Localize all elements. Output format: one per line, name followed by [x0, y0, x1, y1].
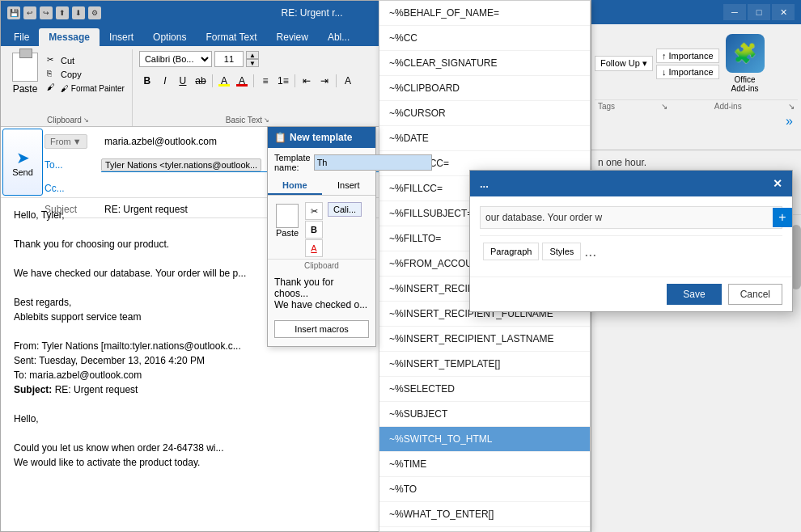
save-icon[interactable]: 💾 — [7, 6, 20, 19]
paste-icon — [12, 53, 38, 82]
tab-format-text[interactable]: Format Text — [196, 28, 266, 46]
template-name-input[interactable] — [314, 154, 432, 171]
add-ins-icon[interactable]: 🧩 — [726, 34, 765, 73]
template-font-color-button[interactable]: A — [305, 239, 323, 257]
cut-label: Cut — [61, 56, 74, 65]
numbering-button[interactable]: 1≡ — [275, 73, 291, 89]
to-button[interactable]: To... — [44, 159, 101, 171]
format-painter-icon: 🖌 — [47, 82, 58, 94]
font-size-input[interactable] — [214, 51, 244, 67]
send-button[interactable]: ➤ Send — [2, 129, 43, 196]
template-body-area[interactable]: Thank you for choos... We have checked o… — [268, 272, 375, 315]
format-separator-3 — [295, 74, 295, 87]
upload-icon[interactable]: ⬆ — [56, 6, 69, 19]
recipient-tag: Tyler Nations <tyler.nations@outlook... — [101, 158, 261, 171]
dialog-add-button[interactable]: + — [773, 208, 792, 227]
add-ins-group-label: Add-ins — [714, 102, 742, 111]
more-icon[interactable]: ⚙ — [88, 6, 101, 19]
highlight-color-button[interactable]: A — [216, 73, 232, 89]
font-size-increase[interactable]: ▲ — [246, 51, 259, 59]
macro-item[interactable]: ~%CC — [379, 26, 590, 51]
increase-indent-button[interactable]: ⇥ — [316, 73, 333, 89]
tab-options[interactable]: Options — [143, 28, 196, 46]
tab-review[interactable]: Review — [267, 28, 318, 46]
template-paste-button[interactable]: Paste — [271, 201, 303, 257]
insert-macros-button[interactable]: Insert macros — [274, 320, 369, 338]
from-chevron-icon: ▼ — [73, 137, 82, 146]
dialog-close-button[interactable]: ✕ — [773, 177, 782, 190]
bullets-button[interactable]: ≡ — [257, 73, 273, 89]
macro-item[interactable]: ~%DATE — [379, 126, 590, 151]
font-size-decrease[interactable]: ▼ — [246, 59, 259, 67]
styles-area: Paragraph Styles ... — [480, 235, 782, 267]
format-painter-label: 🖌 Format Painter — [61, 84, 125, 93]
strikethrough-button[interactable]: ab — [193, 73, 209, 89]
clipboard-expand-icon[interactable]: ↘ — [83, 116, 89, 124]
download-icon[interactable]: ⬇ — [72, 6, 85, 19]
macro-item[interactable]: ~%CLIPBOARD — [379, 76, 590, 101]
paste-button[interactable]: Paste — [9, 51, 41, 96]
right-close-button[interactable]: ✕ — [772, 4, 795, 20]
tab-file[interactable]: File — [4, 28, 39, 46]
clipboard-group: Paste ✂ Cut ⎘ Copy 🖌 🖌 Format Painter — [4, 49, 133, 126]
macro-item[interactable]: ~%SUBJECT — [379, 402, 590, 427]
copy-button[interactable]: ⎘ Copy — [44, 68, 127, 81]
undo-icon[interactable]: ↩ — [23, 6, 36, 19]
macro-item[interactable]: ~%WHAT_TO_ENTER[] — [379, 502, 590, 527]
macro-item[interactable]: ~%INSERT_TEMPLATE[] — [379, 352, 590, 377]
macro-item[interactable]: ~%TIME — [379, 452, 590, 477]
highlight-indicator — [218, 84, 230, 87]
macro-item[interactable]: ~%BEHALF_OF_NAME= — [379, 1, 590, 26]
underline-button[interactable]: U — [175, 73, 191, 89]
format-separator-4 — [336, 74, 337, 87]
template-bold-button[interactable]: B — [305, 221, 323, 239]
macro-item[interactable]: ~%TO — [379, 477, 590, 502]
basic-text-group: Calibri (Bo... ▲ ▼ B I U ab A — [134, 49, 361, 126]
more-options-button[interactable]: A — [340, 73, 356, 89]
subject-value: RE: Urgent request — [101, 201, 191, 217]
italic-button[interactable]: I — [157, 73, 173, 89]
format-painter-button[interactable]: 🖌 🖌 Format Painter — [44, 82, 127, 95]
template-icon: 📋 — [274, 132, 286, 143]
dialog-save-button[interactable]: Save — [667, 284, 721, 305]
macro-item[interactable]: ~%SWITCH_TO_HTML — [379, 427, 590, 452]
tab-message[interactable]: Message — [39, 28, 100, 46]
basic-text-content: Calibri (Bo... ▲ ▼ B I U ab A — [139, 51, 356, 114]
template-tab-insert[interactable]: Insert — [322, 177, 376, 195]
cut-button[interactable]: ✂ Cut — [44, 54, 127, 67]
paragraph-style-box[interactable]: Paragraph — [483, 243, 539, 260]
right-minimize-button[interactable]: ─ — [723, 4, 746, 20]
cc-button[interactable]: Cc... — [44, 183, 101, 194]
styles-more-button[interactable]: ... — [584, 243, 596, 260]
high-importance-button[interactable]: ↑ Importance — [656, 49, 719, 63]
follow-up-button[interactable]: Follow Up ▾ — [595, 56, 653, 71]
expand-right-button[interactable]: » — [786, 114, 793, 128]
tab-abl[interactable]: Abl... — [318, 28, 359, 46]
bold-button[interactable]: B — [139, 73, 155, 89]
decrease-indent-button[interactable]: ⇤ — [299, 73, 315, 89]
font-row: Calibri (Bo... ▲ ▼ — [139, 51, 259, 67]
macro-item[interactable]: ~%SELECTED — [379, 377, 590, 402]
styles-style-box[interactable]: Styles — [542, 243, 581, 260]
from-dropdown[interactable]: From ▼ — [44, 134, 87, 149]
dialog-title-text: ... — [480, 178, 489, 190]
template-tab-home[interactable]: Home — [268, 177, 322, 195]
right-maximize-button[interactable]: □ — [748, 4, 770, 20]
macro-item[interactable]: ~%INSERT_RECIPIENT_LASTNAME — [379, 327, 590, 352]
right-body-text: n one hour. — [598, 157, 646, 168]
template-font-select[interactable]: Cali... — [328, 202, 362, 217]
dialog-cancel-button[interactable]: Cancel — [728, 284, 782, 305]
dialog-text-area: our database. Your order w + — [480, 206, 782, 229]
low-importance-button[interactable]: ↓ Importance — [656, 65, 719, 79]
macro-item[interactable]: ~%CURSOR — [379, 101, 590, 126]
font-select[interactable]: Calibri (Bo... — [139, 51, 212, 67]
font-color-button[interactable]: A — [234, 73, 250, 89]
template-cut-button[interactable]: ✂ — [305, 202, 323, 220]
basic-text-expand-icon[interactable]: ↘ — [264, 116, 269, 124]
redo-icon[interactable]: ↪ — [40, 6, 53, 19]
tab-insert[interactable]: Insert — [100, 28, 143, 46]
template-content: Paste ✂ B A Cali... Clipboard Thank you … — [268, 196, 375, 346]
macro-item[interactable]: ~%CLEAR_SIGNATURE — [379, 51, 590, 76]
right-expand-area: » — [595, 112, 798, 130]
clipboard-small-buttons: ✂ Cut ⎘ Copy 🖌 🖌 Format Painter — [44, 51, 127, 95]
